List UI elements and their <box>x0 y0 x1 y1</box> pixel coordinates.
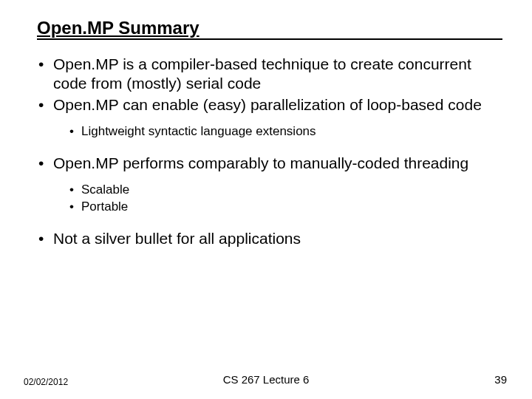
footer-page-number: 39 <box>494 373 507 386</box>
slide-title: Open.MP Summary <box>37 18 200 40</box>
sub-bullet-item: Lightweight syntactic language extension… <box>68 123 497 140</box>
bullet-text: Open.MP can enable (easy) parallelizatio… <box>53 96 482 113</box>
sub-bullet-item: Portable <box>68 199 497 216</box>
bullet-item: Open.MP can enable (easy) parallelizatio… <box>35 95 497 140</box>
footer-center: CS 267 Lecture 6 <box>0 373 532 386</box>
slide-body: Open.MP is a compiler-based technique to… <box>0 40 532 248</box>
slide-footer: 02/02/2012 CS 267 Lecture 6 39 <box>0 372 532 387</box>
sub-bullet-item: Scalable <box>68 182 497 199</box>
bullet-item: Open.MP performs comparably to manually-… <box>35 154 497 216</box>
bullet-item: Not a silver bullet for all applications <box>35 229 497 248</box>
bullet-text: Open.MP performs comparably to manually-… <box>53 154 468 171</box>
bullet-item: Open.MP is a compiler-based technique to… <box>35 55 497 94</box>
